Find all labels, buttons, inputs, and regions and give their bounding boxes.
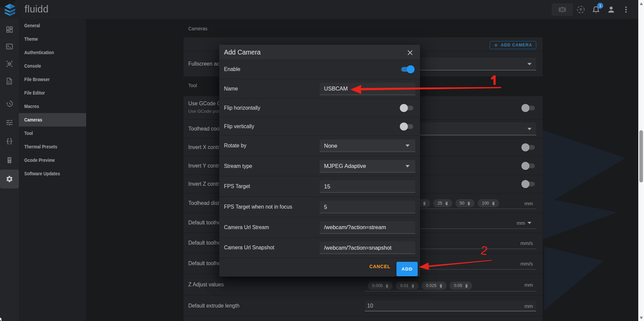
- dots-vertical-icon: [621, 5, 631, 14]
- camera-url-snapshot-input[interactable]: /webcam/?action=snapshot: [320, 242, 415, 254]
- add-camera-button[interactable]: ADD CAMERA: [490, 41, 536, 49]
- rail-item-console[interactable]: [0, 38, 19, 55]
- dialog-row-fps-target-when-not-in-focus: FPS Target when not in focus5: [219, 197, 420, 217]
- dialog-row-rotate-by: Rotate byNone: [219, 135, 420, 156]
- trash-icon[interactable]: [411, 283, 415, 288]
- dialog-header: Add Camera: [219, 45, 420, 60]
- dialog-row-camera-url-snapshot: Camera Url Snapshot/webcam/?action=snaps…: [219, 237, 420, 258]
- toggle-switch-on[interactable]: [400, 65, 415, 73]
- sidebar-item-software-updates[interactable]: Software Updates: [19, 167, 86, 180]
- camera-url-stream-input[interactable]: /webcam/?action=stream: [320, 221, 415, 234]
- rail-item-history[interactable]: [0, 95, 19, 112]
- rail-item-settings[interactable]: [0, 170, 19, 188]
- chip-50[interactable]: 50: [455, 199, 475, 207]
- toggle-switch-off[interactable]: [521, 162, 536, 170]
- setting-label: Default extrude length: [188, 303, 239, 309]
- cog-icon: [6, 175, 13, 183]
- trash-icon[interactable]: [439, 283, 443, 288]
- chip-25[interactable]: 25: [433, 199, 452, 207]
- toggle-switch-off[interactable]: [521, 104, 536, 112]
- scrollbar[interactable]: [638, 0, 644, 321]
- dialog-row-enable: Enable: [219, 60, 420, 79]
- sidebar-item-theme[interactable]: Theme: [19, 32, 86, 46]
- add-button[interactable]: ADD: [396, 262, 418, 276]
- progress-upload-icon: [576, 5, 585, 14]
- sidebar-item-file-editor[interactable]: File Editor: [19, 86, 86, 100]
- chip-value: 0.005: [372, 283, 383, 288]
- sidebar-item-authentication[interactable]: Authentication: [19, 46, 86, 59]
- dialog-footer: CANCEL ADD: [219, 258, 420, 277]
- chip-0.05[interactable]: 0.05: [450, 282, 472, 290]
- stream-type-select[interactable]: MJPEG Adaptive: [320, 160, 415, 172]
- sidebar-item-gcode-preview[interactable]: Gcode Preview: [19, 153, 86, 167]
- close-icon[interactable]: [407, 50, 413, 55]
- name-input[interactable]: USBCAM: [320, 82, 415, 95]
- account-button[interactable]: [606, 5, 616, 14]
- toggle-switch-off[interactable]: [400, 104, 415, 112]
- chip-0.005[interactable]: 0.005: [368, 282, 393, 290]
- desktop-tower-icon: [5, 156, 13, 164]
- toggle-switch-off[interactable]: [400, 122, 415, 131]
- updates-button[interactable]: [576, 5, 586, 14]
- rotate-by-select[interactable]: None: [320, 140, 415, 152]
- chip-0.01[interactable]: 0.01: [396, 282, 418, 290]
- view-dashboard-icon: [5, 25, 13, 33]
- dialog-row-camera-url-stream: Camera Url Stream/webcam/?action=stream: [219, 217, 420, 237]
- trash-icon[interactable]: [445, 201, 449, 206]
- rail-item-system[interactable]: [0, 152, 19, 169]
- dialog-field-label: FPS Target: [224, 183, 250, 189]
- input-value: 5: [324, 204, 327, 210]
- sidebar-item-tool[interactable]: Tool: [19, 127, 86, 140]
- sidebar-item-general[interactable]: General: [19, 19, 86, 32]
- sidebar-item-label: General: [24, 23, 40, 28]
- dialog-field-label: Flip horizontally: [224, 105, 260, 111]
- trash-icon[interactable]: [464, 283, 469, 288]
- scrollbar-thumb[interactable]: [639, 130, 643, 182]
- file-document-icon: [5, 77, 13, 85]
- sidebar-item-file-browser[interactable]: File Browser: [19, 73, 86, 86]
- setting-input[interactable]: 10: [365, 300, 536, 311]
- cancel-button[interactable]: CANCEL: [369, 264, 390, 269]
- trash-icon[interactable]: [385, 283, 389, 288]
- trash-icon[interactable]: [491, 201, 495, 206]
- switch-thumb: [407, 65, 415, 73]
- sidebar-item-console[interactable]: Console: [19, 59, 86, 73]
- rail-item-gcode-preview[interactable]: [0, 56, 19, 72]
- trash-icon[interactable]: [467, 201, 471, 206]
- trash-icon[interactable]: [422, 201, 426, 206]
- rail-item-tune[interactable]: [0, 114, 19, 131]
- rail-item-jobs[interactable]: [0, 73, 19, 90]
- chip-0.025[interactable]: 0.025: [422, 282, 447, 290]
- input-value: 15: [324, 183, 330, 189]
- unit-select[interactable]: mm: [517, 220, 532, 226]
- scrollbar-down-arrow[interactable]: [640, 317, 643, 319]
- setting-label: Invert Z control: [188, 181, 223, 187]
- switch-thumb: [521, 104, 529, 112]
- setting-row-default-extrude-length: Default extrude length10mm: [184, 295, 543, 316]
- toggle-switch-off[interactable]: [521, 143, 536, 151]
- dialog-title: Add Camera: [224, 48, 261, 56]
- chip-value: 0.025: [426, 283, 437, 288]
- code-braces-icon: [5, 137, 13, 145]
- select-value: MJPEG Adaptive: [324, 163, 366, 169]
- dialog-field-label: Rotate by: [224, 143, 246, 149]
- setting-input-value: 10: [367, 303, 373, 309]
- toggle-switch-off[interactable]: [521, 180, 536, 188]
- sidebar-item-macros[interactable]: Macros: [19, 100, 86, 113]
- sidebar-item-cameras[interactable]: Cameras: [19, 113, 86, 127]
- rail-item-macros[interactable]: [0, 133, 19, 150]
- emergency-stop-button[interactable]: [552, 3, 573, 16]
- unit-label: mm: [524, 303, 533, 309]
- chip-100[interactable]: 100: [478, 199, 499, 207]
- scrollbar-up-arrow[interactable]: [640, 2, 643, 5]
- dialog-field-label: Flip vertically: [224, 123, 254, 130]
- fps-target-input[interactable]: 15: [320, 180, 415, 193]
- sidebar-item-thermal-presets[interactable]: Thermal Presets: [19, 140, 86, 153]
- dialog-row-flip-vertically: Flip vertically: [219, 117, 420, 135]
- select-value: None: [324, 142, 337, 149]
- fps-target-when-not-in-focus-input[interactable]: 5: [320, 201, 415, 213]
- dialog-field-label: Stream type: [224, 163, 252, 169]
- rail-item-dashboard[interactable]: [0, 21, 19, 38]
- sidebar-item-label: Thermal Presets: [24, 144, 57, 149]
- overflow-menu-button[interactable]: [621, 5, 631, 14]
